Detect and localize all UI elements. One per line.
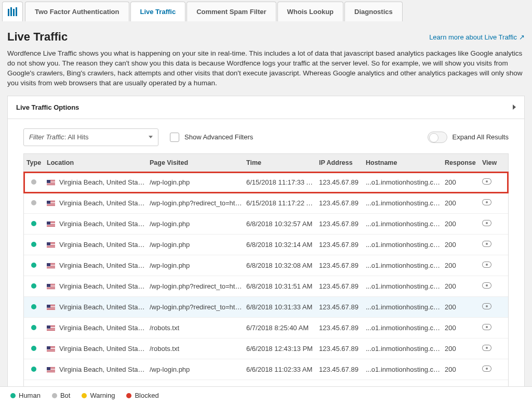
us-flag-icon <box>47 346 55 352</box>
cell-page: /robots.txt <box>150 345 246 353</box>
table-row[interactable]: Virginia Beach, United States/wp-login.p… <box>24 255 508 276</box>
cell-view[interactable] <box>482 282 503 290</box>
tab-two-factor-authentication[interactable]: Two Factor Authentication <box>25 2 129 21</box>
cell-view[interactable] <box>482 366 503 373</box>
filter-traffic-select[interactable]: Filter Traffic: All Hits <box>23 128 158 146</box>
cell-host: ...o1.inmotionhosting.com <box>366 178 445 186</box>
us-flag-icon <box>47 325 55 331</box>
eye-icon <box>482 303 491 309</box>
cell-time: 6/15/2018 11:17:22 AM <box>246 199 319 207</box>
svg-rect-3 <box>16 7 17 16</box>
bot-dot-icon <box>52 393 57 398</box>
us-flag-icon <box>47 242 55 248</box>
eye-icon <box>482 178 491 185</box>
cell-host: ...o1.inmotionhosting.com <box>366 303 445 311</box>
table-row[interactable]: Virginia Beach, United States/wp-login.p… <box>24 172 508 193</box>
cell-type <box>24 221 47 226</box>
cell-ip: 123.45.67.89 <box>319 366 366 373</box>
page-description: Wordfence Live Traffic shows you what is… <box>7 49 525 88</box>
th-location[interactable]: Location <box>47 159 150 166</box>
cell-page: /wp-login.php?redirect_to=http... <box>150 199 246 207</box>
options-panel-header[interactable]: Live Traffic Options <box>8 96 524 119</box>
cell-response: 200 <box>445 220 482 228</box>
table-row[interactable]: Virginia Beach, United States/robots.txt… <box>24 318 508 338</box>
eye-icon <box>482 324 491 330</box>
tab-whois-lookup[interactable]: Whois Lookup <box>277 2 344 21</box>
cell-type <box>24 179 47 185</box>
filter-label: Filter Traffic: All Hits <box>29 133 89 141</box>
human-dot-icon <box>31 283 36 289</box>
expand-all-control: Expand All Results <box>428 132 509 143</box>
human-dot-icon <box>31 325 36 330</box>
cell-view[interactable] <box>482 220 503 228</box>
us-flag-icon <box>47 180 55 186</box>
table-row[interactable]: Virginia Beach, United States/wp-login.p… <box>24 234 508 255</box>
advanced-filters-toggle[interactable]: Show Advanced Filters <box>170 133 253 142</box>
th-page[interactable]: Page Visited <box>150 159 246 166</box>
warning-dot-icon <box>82 393 87 398</box>
cell-view[interactable] <box>482 178 503 186</box>
svg-rect-1 <box>10 7 12 16</box>
human-dot-icon <box>31 346 36 351</box>
cell-view[interactable] <box>482 199 503 207</box>
eye-icon <box>482 262 491 268</box>
cell-view[interactable] <box>482 324 503 332</box>
th-response[interactable]: Response <box>445 159 482 166</box>
table-row[interactable]: Virginia Beach, United States/wp-login.p… <box>24 276 508 297</box>
cell-view[interactable] <box>482 262 503 269</box>
tabs-bar: Two Factor AuthenticationLive TrafficCom… <box>0 0 532 23</box>
th-view[interactable]: View <box>482 159 503 166</box>
th-host[interactable]: Hostname <box>366 159 445 166</box>
tab-live-traffic[interactable]: Live Traffic <box>130 2 186 21</box>
cell-location: Virginia Beach, United States <box>47 366 150 373</box>
table-row[interactable]: Virginia Beach, United States/wp-login.p… <box>24 297 508 318</box>
us-flag-icon <box>47 367 55 373</box>
options-panel: Live Traffic Options Filter Traffic: All… <box>7 96 525 404</box>
cell-ip: 123.45.67.89 <box>319 220 366 228</box>
th-ip[interactable]: IP Address <box>319 159 366 166</box>
eye-icon <box>482 345 491 351</box>
cell-response: 200 <box>445 324 482 332</box>
cell-type <box>24 200 47 205</box>
table-row[interactable]: Virginia Beach, United States/robots.txt… <box>24 338 508 359</box>
human-dot-icon <box>31 221 36 226</box>
legend-item-blocked: Blocked <box>126 392 158 399</box>
cell-view[interactable] <box>482 303 503 311</box>
cell-host: ...o1.inmotionhosting.com <box>366 199 445 207</box>
cell-time: 6/8/2018 10:32:08 AM <box>246 262 319 269</box>
th-time[interactable]: Time <box>246 159 319 166</box>
cell-view[interactable] <box>482 345 503 353</box>
cell-location: Virginia Beach, United States <box>47 241 150 249</box>
us-flag-icon <box>47 263 55 269</box>
cell-type <box>24 304 47 309</box>
cell-response: 200 <box>445 199 482 207</box>
advanced-filters-checkbox[interactable] <box>170 133 179 142</box>
cell-page: /wp-login.php <box>150 220 246 228</box>
expand-all-toggle[interactable] <box>428 132 447 143</box>
logo-tab[interactable] <box>2 2 23 21</box>
cell-response: 200 <box>445 303 482 311</box>
tab-diagnostics[interactable]: Diagnostics <box>344 2 403 21</box>
cell-type <box>24 325 47 330</box>
cell-page: /wp-login.php?redirect_to=http... <box>150 282 246 290</box>
human-dot-icon <box>31 367 36 372</box>
table-row[interactable]: Virginia Beach, United States/wp-login.p… <box>24 193 508 214</box>
cell-view[interactable] <box>482 241 503 249</box>
cell-type <box>24 346 47 351</box>
tab-comment-spam-filter[interactable]: Comment Spam Filter <box>187 2 276 21</box>
wordfence-logo-icon <box>6 6 19 18</box>
cell-response: 200 <box>445 241 482 249</box>
table-row[interactable]: Virginia Beach, United States/wp-login.p… <box>24 359 508 380</box>
blocked-dot-icon <box>126 393 131 398</box>
chevron-right-icon <box>513 105 516 110</box>
us-flag-icon <box>47 284 55 290</box>
cell-time: 6/15/2018 11:17:33 AM <box>246 178 319 186</box>
learn-more-text: Learn more about Live Traffic <box>429 33 517 41</box>
learn-more-link[interactable]: Learn more about Live Traffic ↗ <box>429 33 525 41</box>
table-row[interactable]: Virginia Beach, United States/wp-login.p… <box>24 214 508 234</box>
th-type[interactable]: Type <box>24 159 47 166</box>
eye-icon <box>482 366 491 372</box>
cell-host: ...o1.inmotionhosting.com <box>366 345 445 353</box>
cell-type <box>24 263 47 268</box>
cell-time: 6/8/2018 10:31:33 AM <box>246 303 319 311</box>
